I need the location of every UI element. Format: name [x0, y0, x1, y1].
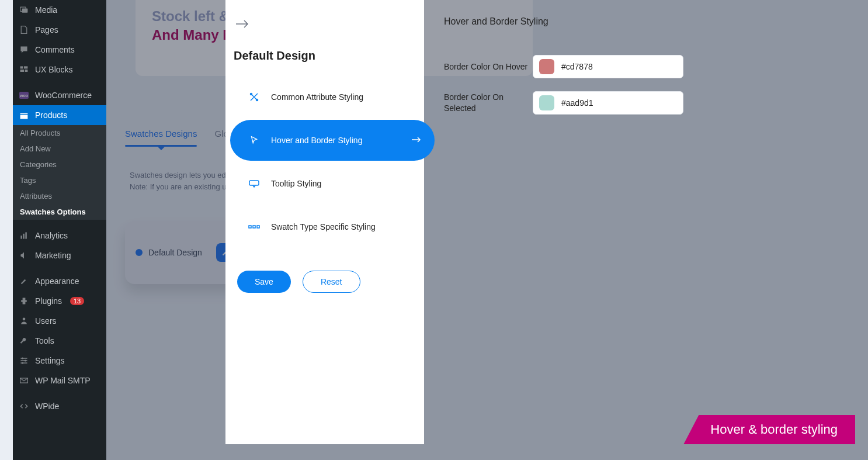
svg-rect-3: [24, 66, 27, 68]
sliders-icon: [19, 355, 29, 366]
sidebar-item-label: Settings: [35, 356, 65, 365]
svg-rect-5: [25, 70, 28, 72]
sidebar-item-media[interactable]: Media: [13, 0, 106, 20]
brush-icon: [19, 276, 29, 286]
submenu-attributes[interactable]: Attributes: [13, 188, 106, 204]
woocommerce-icon: woo: [19, 90, 29, 101]
reset-button[interactable]: Reset: [303, 271, 360, 293]
submenu-categories[interactable]: Categories: [13, 157, 106, 172]
panel-item-label: Common Attribute Styling: [271, 92, 363, 102]
arrow-right-icon: [411, 136, 422, 145]
svg-rect-19: [249, 226, 251, 228]
sidebar-item-label: WPide: [35, 402, 59, 411]
megaphone-icon: [19, 250, 29, 261]
svg-point-11: [23, 317, 26, 320]
sidebar-item-label: Users: [35, 316, 57, 326]
tooltip-icon: [248, 177, 261, 190]
sidebar-item-label: Pages: [35, 25, 58, 34]
sidebar-item-label: Analytics: [35, 231, 68, 240]
video-caption-badge: Hover & border styling: [683, 415, 855, 444]
svg-point-12: [22, 357, 23, 359]
field-label: Border Color On Selected: [444, 92, 533, 114]
sidebar-item-products[interactable]: Products: [13, 105, 106, 125]
sidebar-item-analytics[interactable]: Analytics: [13, 226, 106, 245]
svg-rect-1: [22, 9, 28, 13]
svg-point-14: [22, 362, 23, 364]
field-border-color-hover: Border Color On Hover #cd7878: [444, 55, 794, 78]
products-submenu: All Products Add New Categories Tags Att…: [13, 125, 106, 220]
sidebar-item-label: WooCommerce: [35, 91, 92, 100]
color-value: #cd7878: [561, 62, 593, 71]
panel-item-swatch-type[interactable]: Swatch Type Specific Styling: [230, 206, 419, 247]
code-icon: [19, 401, 29, 411]
user-icon: [19, 316, 29, 326]
panel-item-tooltip[interactable]: Tooltip Styling: [230, 163, 419, 204]
plugin-icon: [19, 296, 29, 306]
submenu-tags[interactable]: Tags: [13, 172, 106, 188]
svg-rect-18: [249, 181, 259, 185]
chart-icon: [19, 230, 29, 241]
comment-icon: [19, 44, 29, 55]
panel-item-label: Tooltip Styling: [271, 179, 321, 188]
sidebar-item-tools[interactable]: Tools: [13, 331, 106, 351]
products-icon: [19, 110, 29, 120]
panel-title: Default Design: [234, 49, 424, 63]
hover-border-settings-pane: Hover and Border Styling Border Color On…: [444, 16, 794, 127]
sidebar-item-label: Media: [35, 5, 57, 15]
svg-rect-9: [23, 234, 24, 239]
page-icon: [19, 25, 29, 35]
tools-cross-icon: [248, 91, 261, 103]
plugins-count-badge: 13: [70, 297, 84, 305]
sidebar-item-plugins[interactable]: Plugins 13: [13, 291, 106, 311]
sidebar-item-label: Appearance: [35, 276, 79, 286]
sidebar-item-settings[interactable]: Settings: [13, 351, 106, 371]
panel-item-label: Swatch Type Specific Styling: [271, 222, 376, 231]
svg-rect-10: [25, 232, 26, 238]
panel-item-common-attribute[interactable]: Common Attribute Styling: [230, 77, 419, 117]
color-swatch[interactable]: [539, 95, 554, 110]
sidebar-item-label: Plugins: [35, 296, 62, 306]
sidebar-item-wpide[interactable]: WPide: [13, 396, 106, 416]
sidebar-item-label: Marketing: [35, 251, 71, 260]
media-icon: [19, 5, 29, 15]
submenu-swatches-options[interactable]: Swatches Options: [13, 204, 106, 220]
sidebar-item-appearance[interactable]: Appearance: [13, 271, 106, 291]
panel-item-hover-border[interactable]: Hover and Border Styling: [230, 120, 435, 161]
sidebar-item-ux-blocks[interactable]: UX Blocks: [13, 60, 106, 79]
wrench-icon: [19, 336, 29, 346]
submenu-all-products[interactable]: All Products: [13, 125, 106, 141]
color-value: #aad9d1: [561, 98, 593, 108]
save-button[interactable]: Save: [237, 271, 291, 293]
color-swatch[interactable]: [539, 59, 554, 74]
panel-back-button[interactable]: [235, 19, 251, 32]
svg-rect-8: [20, 236, 22, 239]
svg-point-13: [25, 359, 26, 361]
sidebar-item-label: UX Blocks: [35, 65, 73, 74]
sidebar-item-wpmailsmtp[interactable]: WP Mail SMTP: [13, 371, 106, 390]
swatches-icon: [248, 220, 261, 233]
sidebar-item-marketing[interactable]: Marketing: [13, 245, 106, 265]
sidebar-item-label: Tools: [35, 336, 54, 345]
design-settings-panel: Default Design Common Attribute Styling …: [225, 0, 424, 444]
svg-rect-20: [253, 226, 255, 228]
color-input-hover[interactable]: #cd7878: [533, 55, 683, 78]
sidebar-item-comments[interactable]: Comments: [13, 40, 106, 60]
sidebar-item-users[interactable]: Users: [13, 311, 106, 331]
sidebar-item-label: Products: [35, 110, 67, 120]
color-input-selected[interactable]: #aad9d1: [533, 91, 683, 115]
blocks-icon: [19, 64, 29, 75]
svg-rect-2: [20, 66, 23, 68]
svg-rect-4: [20, 70, 24, 72]
settings-pane-title: Hover and Border Styling: [444, 16, 794, 27]
sidebar-item-label: WP Mail SMTP: [35, 376, 91, 385]
submenu-add-new[interactable]: Add New: [13, 141, 106, 157]
wp-admin-sidebar: Media Pages Comments UX Blocks woo WooCo…: [13, 0, 106, 460]
field-label: Border Color On Hover: [444, 61, 533, 72]
svg-rect-21: [257, 226, 259, 228]
sidebar-item-woocommerce[interactable]: woo WooCommerce: [13, 85, 106, 105]
panel-item-label: Hover and Border Styling: [271, 136, 362, 145]
field-border-color-selected: Border Color On Selected #aad9d1: [444, 91, 794, 115]
svg-text:woo: woo: [19, 94, 28, 98]
sidebar-item-label: Comments: [35, 45, 75, 54]
sidebar-item-pages[interactable]: Pages: [13, 20, 106, 40]
